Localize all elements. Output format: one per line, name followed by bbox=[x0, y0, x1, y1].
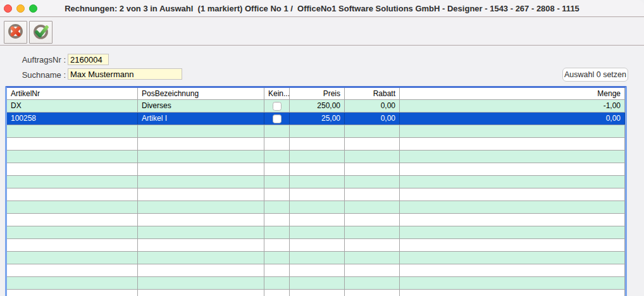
suchname-field[interactable] bbox=[68, 68, 182, 80]
cell-menge[interactable] bbox=[400, 290, 625, 296]
cell-posbezeichnung[interactable] bbox=[138, 277, 264, 289]
column-header-rabatt[interactable]: Rabatt bbox=[345, 88, 400, 99]
cell-artikelnr[interactable] bbox=[7, 264, 138, 276]
kein-checkbox[interactable] bbox=[273, 102, 282, 111]
cell-posbezeichnung[interactable] bbox=[138, 226, 264, 238]
cell-posbezeichnung[interactable]: Artikel I bbox=[138, 113, 264, 125]
cell-kein[interactable] bbox=[264, 277, 290, 289]
cell-preis[interactable] bbox=[290, 239, 345, 251]
confirm-button[interactable] bbox=[29, 21, 53, 44]
cell-artikelnr[interactable] bbox=[7, 252, 138, 264]
cell-kein[interactable] bbox=[264, 176, 290, 188]
cell-posbezeichnung[interactable] bbox=[138, 264, 264, 276]
cell-rabatt[interactable] bbox=[345, 151, 400, 163]
cell-menge[interactable]: 0,00 bbox=[400, 113, 625, 125]
cell-preis[interactable] bbox=[290, 138, 345, 150]
cell-rabatt[interactable]: 0,00 bbox=[345, 100, 400, 112]
cell-preis[interactable] bbox=[290, 264, 345, 276]
cell-menge[interactable] bbox=[400, 239, 625, 251]
cell-artikelnr[interactable] bbox=[7, 138, 138, 150]
cell-menge[interactable] bbox=[400, 163, 625, 175]
positions-table[interactable]: ArtikelNr PosBezeichnung Kein... Preis R… bbox=[5, 86, 627, 296]
cell-posbezeichnung[interactable]: Diverses bbox=[138, 100, 264, 112]
cell-kein[interactable] bbox=[264, 252, 290, 264]
cell-posbezeichnung[interactable] bbox=[138, 290, 264, 296]
cell-rabatt[interactable] bbox=[345, 214, 400, 226]
cell-kein[interactable] bbox=[264, 201, 290, 213]
cell-preis[interactable] bbox=[290, 201, 345, 213]
cell-kein[interactable] bbox=[264, 214, 290, 226]
cell-preis[interactable] bbox=[290, 176, 345, 188]
cell-preis[interactable] bbox=[290, 290, 345, 296]
cell-menge[interactable] bbox=[400, 176, 625, 188]
cell-menge[interactable] bbox=[400, 138, 625, 150]
cell-preis[interactable]: 25,00 bbox=[290, 113, 345, 125]
cell-rabatt[interactable] bbox=[345, 277, 400, 289]
table-row-empty[interactable] bbox=[7, 188, 625, 201]
table-row-empty[interactable] bbox=[7, 176, 625, 188]
cell-rabatt[interactable] bbox=[345, 201, 400, 213]
cell-posbezeichnung[interactable] bbox=[138, 138, 264, 150]
minimize-window-button[interactable] bbox=[16, 4, 25, 13]
column-header-posbezeichnung[interactable]: PosBezeichnung bbox=[138, 88, 264, 99]
cell-menge[interactable]: -1,00 bbox=[400, 100, 625, 112]
cell-preis[interactable] bbox=[290, 151, 345, 163]
cell-artikelnr[interactable] bbox=[7, 188, 138, 200]
cell-posbezeichnung[interactable] bbox=[138, 176, 264, 188]
cell-kein[interactable] bbox=[264, 226, 290, 238]
cell-artikelnr[interactable] bbox=[7, 239, 138, 251]
cell-artikelnr[interactable] bbox=[7, 151, 138, 163]
column-header-kein[interactable]: Kein... bbox=[264, 88, 290, 99]
cell-kein[interactable] bbox=[264, 125, 290, 137]
cell-menge[interactable] bbox=[400, 264, 625, 276]
cell-kein[interactable] bbox=[264, 113, 290, 125]
cell-menge[interactable] bbox=[400, 252, 625, 264]
table-row-empty[interactable] bbox=[7, 264, 625, 277]
cell-artikelnr[interactable]: DX bbox=[7, 100, 138, 112]
table-row-empty[interactable] bbox=[7, 214, 625, 226]
cell-preis[interactable] bbox=[290, 214, 345, 226]
table-row-empty[interactable] bbox=[7, 239, 625, 252]
cell-rabatt[interactable] bbox=[345, 290, 400, 296]
table-row-selected[interactable]: 100258Artikel I25,000,000,00 bbox=[7, 113, 625, 125]
cell-artikelnr[interactable] bbox=[7, 163, 138, 175]
cell-rabatt[interactable] bbox=[345, 252, 400, 264]
cell-preis[interactable] bbox=[290, 125, 345, 137]
cell-menge[interactable] bbox=[400, 125, 625, 137]
cell-preis[interactable] bbox=[290, 226, 345, 238]
cell-rabatt[interactable] bbox=[345, 188, 400, 200]
cell-posbezeichnung[interactable] bbox=[138, 125, 264, 137]
cell-menge[interactable] bbox=[400, 214, 625, 226]
table-row-empty[interactable] bbox=[7, 125, 625, 138]
cell-rabatt[interactable] bbox=[345, 176, 400, 188]
cell-preis[interactable] bbox=[290, 188, 345, 200]
cell-posbezeichnung[interactable] bbox=[138, 201, 264, 213]
cell-rabatt[interactable] bbox=[345, 125, 400, 137]
cell-preis[interactable] bbox=[290, 277, 345, 289]
cell-menge[interactable] bbox=[400, 188, 625, 200]
cell-posbezeichnung[interactable] bbox=[138, 151, 264, 163]
cell-posbezeichnung[interactable] bbox=[138, 214, 264, 226]
cell-menge[interactable] bbox=[400, 151, 625, 163]
cell-posbezeichnung[interactable] bbox=[138, 252, 264, 264]
cell-posbezeichnung[interactable] bbox=[138, 163, 264, 175]
cell-rabatt[interactable] bbox=[345, 163, 400, 175]
cell-kein[interactable] bbox=[264, 151, 290, 163]
cell-artikelnr[interactable] bbox=[7, 214, 138, 226]
cell-posbezeichnung[interactable] bbox=[138, 188, 264, 200]
auswahl-0-setzen-button[interactable]: Auswahl 0 setzen bbox=[562, 68, 628, 82]
table-row-empty[interactable] bbox=[7, 226, 625, 239]
cell-kein[interactable] bbox=[264, 264, 290, 276]
cell-posbezeichnung[interactable] bbox=[138, 239, 264, 251]
cell-kein[interactable] bbox=[264, 290, 290, 296]
table-row-empty[interactable] bbox=[7, 151, 625, 163]
cell-rabatt[interactable] bbox=[345, 226, 400, 238]
cell-menge[interactable] bbox=[400, 277, 625, 289]
table-row-empty[interactable] bbox=[7, 252, 625, 264]
cell-artikelnr[interactable] bbox=[7, 201, 138, 213]
cell-artikelnr[interactable] bbox=[7, 290, 138, 296]
cell-artikelnr[interactable] bbox=[7, 226, 138, 238]
cell-kein[interactable] bbox=[264, 188, 290, 200]
cell-kein[interactable] bbox=[264, 239, 290, 251]
column-header-preis[interactable]: Preis bbox=[290, 88, 345, 99]
